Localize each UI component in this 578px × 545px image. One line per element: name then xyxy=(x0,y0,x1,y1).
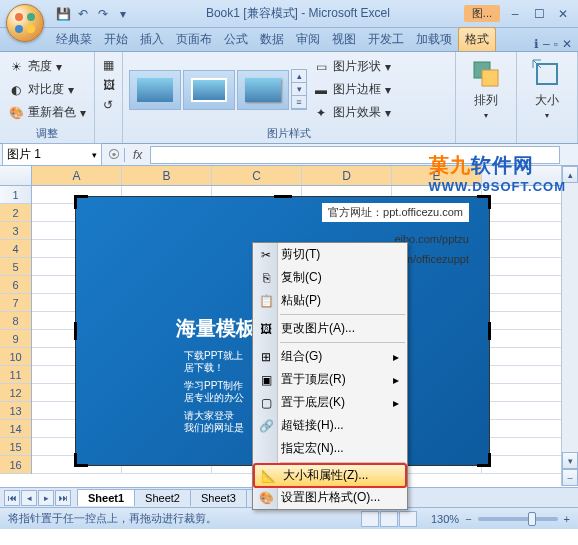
menu-format-picture[interactable]: 🎨设置图片格式(O)... xyxy=(253,486,407,509)
menu-bring-front[interactable]: ▣置于顶层(R)▸ xyxy=(253,368,407,391)
row-header[interactable]: 3 xyxy=(0,222,31,240)
tab-insert[interactable]: 插入 xyxy=(134,28,170,51)
mdi-restore-icon[interactable]: ▫ xyxy=(554,37,558,51)
size-button[interactable]: 大小▾ xyxy=(523,56,571,122)
style-thumb-2[interactable] xyxy=(183,70,235,110)
tab-format[interactable]: 格式 xyxy=(458,27,496,51)
maximize-button[interactable]: ☐ xyxy=(528,5,550,23)
zoom-in-icon[interactable]: + xyxy=(564,513,570,525)
picture-border-button[interactable]: ▬图片边框 ▾ xyxy=(311,79,393,100)
undo-icon[interactable]: ↶ xyxy=(74,5,92,23)
col-header-a[interactable]: A xyxy=(32,166,122,185)
tab-home[interactable]: 开始 xyxy=(98,28,134,51)
scroll-split-icon[interactable]: – xyxy=(562,469,578,486)
menu-paste[interactable]: 📋粘贴(P) xyxy=(253,289,407,312)
row-header[interactable]: 13 xyxy=(0,402,31,420)
tab-data[interactable]: 数据 xyxy=(254,28,290,51)
formula-input[interactable] xyxy=(150,146,560,164)
selection-handle-l[interactable] xyxy=(74,322,77,340)
tab-addins[interactable]: 加载项 xyxy=(410,28,458,51)
zoom-slider-thumb[interactable] xyxy=(528,512,536,526)
sheet-tab-2[interactable]: Sheet2 xyxy=(134,489,191,506)
vertical-scrollbar[interactable]: ▴ ▾ – xyxy=(561,166,578,486)
recolor-button[interactable]: 🎨重新着色 ▾ xyxy=(6,102,88,123)
redo-icon[interactable]: ↷ xyxy=(94,5,112,23)
row-header[interactable]: 2 xyxy=(0,204,31,222)
minimize-button[interactable]: – xyxy=(504,5,526,23)
tab-formulas[interactable]: 公式 xyxy=(218,28,254,51)
selection-handle-br[interactable] xyxy=(477,453,491,467)
row-header[interactable]: 12 xyxy=(0,384,31,402)
picture-styles-gallery[interactable]: ▴ ▾ ≡ xyxy=(129,56,307,123)
row-header[interactable]: 14 xyxy=(0,420,31,438)
help-icon[interactable]: ℹ xyxy=(534,37,539,51)
view-normal-icon[interactable] xyxy=(361,511,379,527)
row-header[interactable]: 8 xyxy=(0,312,31,330)
menu-assign-macro[interactable]: 指定宏(N)... xyxy=(253,437,407,460)
contrast-button[interactable]: ◐对比度 ▾ xyxy=(6,79,88,100)
qat-dropdown-icon[interactable]: ▾ xyxy=(114,5,132,23)
name-box-dropdown-icon[interactable]: ▾ xyxy=(92,150,97,160)
col-header-e[interactable]: E xyxy=(392,166,482,185)
mdi-close-icon[interactable]: ✕ xyxy=(562,37,572,51)
tab-nav-last-icon[interactable]: ⏭ xyxy=(55,490,71,506)
row-header[interactable]: 15 xyxy=(0,438,31,456)
gallery-down-icon[interactable]: ▾ xyxy=(292,83,306,96)
tab-nav-next-icon[interactable]: ▸ xyxy=(38,490,54,506)
scroll-down-icon[interactable]: ▾ xyxy=(562,452,578,469)
row-header[interactable]: 4 xyxy=(0,240,31,258)
selection-handle-t[interactable] xyxy=(274,195,292,198)
menu-hyperlink[interactable]: 🔗超链接(H)... xyxy=(253,414,407,437)
col-header-c[interactable]: C xyxy=(212,166,302,185)
style-thumb-3[interactable] xyxy=(237,70,289,110)
menu-cut[interactable]: ✂剪切(T) xyxy=(253,243,407,266)
selection-handle-r[interactable] xyxy=(488,322,491,340)
tab-classic-menu[interactable]: 经典菜 xyxy=(50,28,98,51)
row-header[interactable]: 16 xyxy=(0,456,31,474)
save-icon[interactable]: 💾 xyxy=(54,5,72,23)
mdi-minimize-icon[interactable]: – xyxy=(543,37,550,51)
arrange-button[interactable]: 排列▾ xyxy=(462,56,510,122)
selection-handle-tr[interactable] xyxy=(477,195,491,209)
row-header[interactable]: 6 xyxy=(0,276,31,294)
tab-review[interactable]: 审阅 xyxy=(290,28,326,51)
menu-size-properties[interactable]: 📐大小和属性(Z)... xyxy=(254,464,406,487)
gallery-up-icon[interactable]: ▴ xyxy=(292,70,306,83)
tab-page-layout[interactable]: 页面布 xyxy=(170,28,218,51)
style-thumb-1[interactable] xyxy=(129,70,181,110)
change-pic-icon[interactable]: 🖼 xyxy=(101,76,116,94)
zoom-slider[interactable] xyxy=(478,517,558,521)
menu-copy[interactable]: ⎘复制(C) xyxy=(253,266,407,289)
fx-label[interactable]: fx xyxy=(124,148,150,162)
row-header[interactable]: 7 xyxy=(0,294,31,312)
row-header[interactable]: 1 xyxy=(0,186,31,204)
close-button[interactable]: ✕ xyxy=(552,5,574,23)
sheet-tab-1[interactable]: Sheet1 xyxy=(77,489,135,506)
gallery-more-icon[interactable]: ≡ xyxy=(292,96,306,109)
office-button[interactable] xyxy=(6,4,44,42)
tab-nav-prev-icon[interactable]: ◂ xyxy=(21,490,37,506)
zoom-value[interactable]: 130% xyxy=(431,513,459,525)
picture-effects-button[interactable]: ✦图片效果 ▾ xyxy=(311,102,393,123)
reset-pic-icon[interactable]: ↺ xyxy=(101,96,116,114)
selection-handle-bl[interactable] xyxy=(74,453,88,467)
menu-group[interactable]: ⊞组合(G)▸ xyxy=(253,345,407,368)
tab-view[interactable]: 视图 xyxy=(326,28,362,51)
name-box-expand-icon[interactable]: ⦿ xyxy=(104,148,124,162)
row-header[interactable]: 5 xyxy=(0,258,31,276)
col-header-d[interactable]: D xyxy=(302,166,392,185)
scroll-up-icon[interactable]: ▴ xyxy=(562,166,578,183)
row-header[interactable]: 9 xyxy=(0,330,31,348)
picture-shape-button[interactable]: ▭图片形状 ▾ xyxy=(311,56,393,77)
row-header[interactable]: 10 xyxy=(0,348,31,366)
menu-change-picture[interactable]: 🖼更改图片(A)... xyxy=(253,317,407,340)
selection-handle-tl[interactable] xyxy=(74,195,88,209)
view-page-layout-icon[interactable] xyxy=(380,511,398,527)
name-box[interactable]: 图片 1▾ xyxy=(2,143,102,166)
brightness-button[interactable]: ☀亮度 ▾ xyxy=(6,56,88,77)
tab-nav-first-icon[interactable]: ⏮ xyxy=(4,490,20,506)
col-header-b[interactable]: B xyxy=(122,166,212,185)
view-page-break-icon[interactable] xyxy=(399,511,417,527)
sheet-tab-3[interactable]: Sheet3 xyxy=(190,489,247,506)
row-header[interactable]: 11 xyxy=(0,366,31,384)
